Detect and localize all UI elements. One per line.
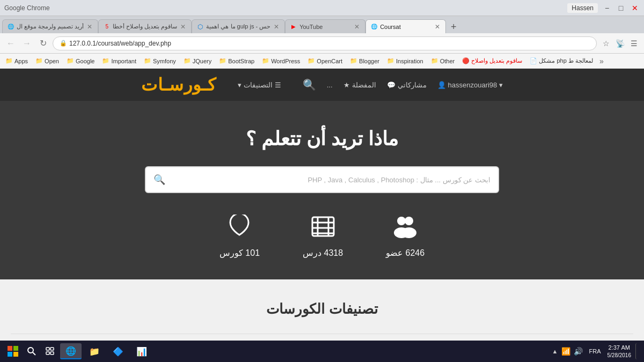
cast-icon[interactable]: 📡 — [614, 38, 626, 49]
participations-nav-item[interactable]: مشاركاتي 💬 — [387, 81, 427, 89]
bookmark-star-icon[interactable]: ☆ — [600, 38, 612, 49]
bookmark-important[interactable]: 📁 Important — [99, 56, 139, 65]
back-button[interactable]: ← — [4, 37, 17, 50]
favorites-label: المفضلة — [352, 81, 376, 89]
bookmark-apps[interactable]: 📁 Apps — [2, 56, 31, 65]
show-desktop-button[interactable] — [635, 343, 640, 359]
svg-point-0 — [397, 217, 406, 225]
tab-close-4[interactable]: ✕ — [353, 23, 361, 31]
chart-taskbar-icon: 📊 — [136, 346, 147, 357]
taskbar-chart-button[interactable]: 📊 — [131, 343, 152, 359]
tab-title-5: Coursat — [380, 24, 431, 30]
tab-close-1[interactable]: ✕ — [86, 23, 93, 31]
forward-button[interactable]: → — [20, 37, 33, 50]
browser-tab-2[interactable]: 5 ساقوم بتعديل واصلاح أخطا ✕ — [98, 19, 192, 33]
search-input[interactable] — [145, 166, 499, 193]
hero-section: ماذا تريد أن تتعلم ؟ 🔍 ابحث عن كورس ... … — [0, 101, 644, 279]
bookmark-folder-icon-6: 📁 — [184, 57, 191, 64]
categories-label: التصنيفات — [244, 81, 273, 89]
minimize-button[interactable]: − — [602, 3, 612, 13]
svg-point-3 — [401, 227, 416, 238]
bookmark-blogger[interactable]: 📁 Blogger — [347, 56, 383, 65]
maximize-button[interactable]: □ — [616, 3, 626, 13]
bookmark-opencart[interactable]: 📁 OpenCart — [304, 56, 346, 65]
language-label: FRA — [589, 348, 601, 354]
show-hidden-icons-button[interactable]: ▲ — [552, 348, 558, 354]
bookmark-important-label: Important — [111, 58, 136, 64]
bookmark-page-icon-1: 🔴 — [462, 57, 470, 64]
bookmark-folder-icon-7: 📁 — [219, 57, 226, 64]
network-icon[interactable]: 📶 — [561, 347, 570, 356]
site-logo[interactable]: كـورسـات — [141, 75, 216, 95]
taskbar-search-button[interactable] — [24, 343, 40, 359]
taskbar-chrome-button[interactable]: 🌐 — [60, 343, 82, 359]
members-count: 6246 — [406, 248, 425, 257]
bookmark-inspiration-label: Inspiration — [396, 58, 423, 64]
bookmark-folder-icon: 📁 — [5, 57, 13, 64]
bookmark-apps-label: Apps — [14, 58, 28, 64]
reload-button[interactable]: ↻ — [36, 37, 49, 50]
categories-nav-button[interactable]: ☰ التصنيفات ▾ — [232, 81, 287, 89]
bookmark-other[interactable]: 📁 Other — [428, 56, 458, 65]
bookmark-inspiration[interactable]: 📁 Inspiration — [384, 56, 427, 65]
bookmark-folder-icon-10: 📁 — [350, 57, 357, 64]
tab-favicon-4: ▶ — [290, 23, 297, 31]
tab-close-3[interactable]: ✕ — [273, 23, 280, 31]
bookmark-repair[interactable]: 🔴 ساقوم بتعديل واصلاح — [459, 56, 525, 65]
search-box-icon: 🔍 — [153, 174, 165, 186]
tab-close-5[interactable]: ✕ — [434, 23, 441, 31]
bookmark-bootstrap[interactable]: 📁 BootStrap — [216, 56, 258, 65]
volume-icon[interactable]: 🔊 — [574, 347, 583, 356]
bookmark-jquery[interactable]: 📁 JQuery — [180, 56, 215, 65]
address-text[interactable]: 127.0.0.1/coursat/web/app_dev.php — [69, 40, 171, 47]
bookmark-folder-icon-12: 📁 — [431, 57, 438, 64]
more-nav-item[interactable]: ... — [327, 81, 333, 89]
user-menu[interactable]: ▾ hassenzouari98 👤 — [437, 81, 503, 89]
lessons-stat: 4318 درس — [303, 215, 343, 258]
system-clock[interactable]: 2:37 AM 5/28/2016 — [608, 344, 632, 358]
browser-tab-5[interactable]: 🌐 Coursat ✕ — [365, 19, 446, 33]
bookmark-jquery-label: JQuery — [193, 58, 211, 64]
favorites-nav-item[interactable]: المفضلة ★ — [343, 81, 376, 89]
browser-tab-1[interactable]: 🌐 أريد تصميم ولرمجة موقع ال ✕ — [2, 19, 98, 33]
new-tab-button[interactable]: + — [446, 20, 461, 33]
bookmark-symfony[interactable]: 📁 Symfony — [141, 56, 179, 65]
bookmark-google-label: Google — [76, 58, 94, 64]
lock-icon: 🔒 — [60, 40, 67, 47]
bookmark-other-label: Other — [440, 58, 455, 64]
app3-taskbar-icon: 🔷 — [113, 346, 123, 357]
bookmark-folder-icon-9: 📁 — [308, 57, 315, 64]
chrome-taskbar-icon: 🌐 — [65, 346, 76, 356]
site-content: ▾ hassenzouari98 👤 مشاركاتي 💬 المفضلة ★ … — [0, 69, 644, 362]
taskbar-files-button[interactable]: 📁 — [84, 343, 105, 359]
bookmark-page-icon-2: 📄 — [530, 57, 537, 64]
close-button[interactable]: ✕ — [630, 3, 640, 13]
taskbar-task-view-button[interactable] — [42, 343, 58, 359]
bookmarks-more-button[interactable]: » — [597, 56, 606, 67]
address-input[interactable]: 🔒 127.0.0.1/coursat/web/app_dev.php — [53, 36, 597, 50]
taskbar-app3-button[interactable]: 🔷 — [107, 343, 129, 359]
bookmark-google[interactable]: 📁 Google — [63, 56, 98, 65]
stats-row: 6246 عضو 4318 — [11, 215, 633, 258]
bookmark-blogger-label: Blogger — [359, 58, 379, 64]
bookmark-folder-icon-11: 📁 — [387, 57, 394, 64]
tab-title-3: ما هي اهمية gulp js - حس — [206, 23, 270, 30]
tab-title-2: ساقوم بتعديل واصلاح أخطا — [113, 23, 177, 30]
bookmark-folder-icon-8: 📁 — [262, 57, 269, 64]
browser-tab-3[interactable]: ⬡ ما هي اهمية gulp js - حس ✕ — [192, 19, 285, 33]
site-navigation: ▾ hassenzouari98 👤 مشاركاتي 💬 المفضلة ★ … — [0, 69, 644, 101]
search-nav-button[interactable]: 🔍 — [303, 78, 316, 91]
courses-count: 101 — [245, 248, 260, 257]
browser-tab-4[interactable]: ▶ YouTube ✕ — [285, 19, 365, 33]
bookmark-php[interactable]: 📄 مشكل php لمعالجة ط — [526, 56, 596, 65]
tab-close-2[interactable]: ✕ — [179, 23, 187, 31]
taskbar: 🌐 📁 🔷 📊 ▲ 📶 🔊 FRA 2:37 AM 5/28/2016 — [0, 341, 644, 362]
user-label: Hassen — [567, 3, 598, 13]
menu-icon[interactable]: ☰ — [628, 38, 640, 49]
bookmark-open[interactable]: 📁 Open — [32, 56, 62, 65]
language-indicator[interactable]: FRA — [587, 347, 603, 356]
bookmark-opencart-label: OpenCart — [317, 58, 342, 64]
start-button[interactable] — [4, 343, 21, 360]
user-chevron-icon: ▾ — [499, 81, 503, 89]
bookmark-wordpress[interactable]: 📁 WordPress — [259, 56, 303, 65]
